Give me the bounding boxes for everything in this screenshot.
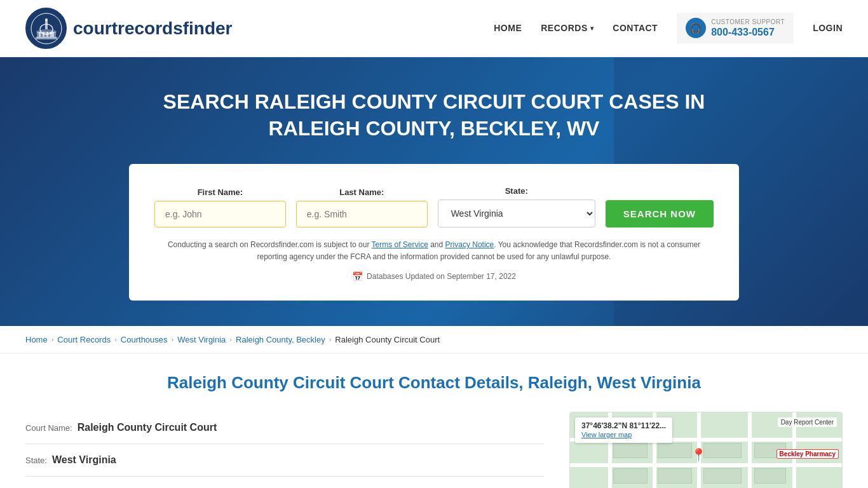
map-block [613, 443, 648, 458]
map-block [703, 443, 742, 458]
support-text: CUSTOMER SUPPORT 800-433-0567 [711, 18, 785, 39]
breadcrumb-sep-1: › [51, 336, 54, 343]
breadcrumb-courthouses[interactable]: Courthouses [121, 335, 168, 344]
nav-records[interactable]: RECORDS ▾ [541, 23, 593, 33]
main-nav: HOME RECORDS ▾ CONTACT 🎧 CUSTOMER SUPPOR… [494, 13, 843, 44]
breadcrumb-sep-3: › [172, 336, 174, 343]
breadcrumb: Home › Court Records › Courthouses › Wes… [0, 326, 868, 354]
map-coords: 37°46'38.2"N 81°11'22... [581, 421, 666, 430]
svg-point-6 [45, 18, 48, 21]
db-update-text: Databases Updated on September 17, 2022 [367, 272, 516, 281]
last-name-label: Last Name: [296, 187, 428, 197]
search-button[interactable]: SEARCH NOW [606, 200, 714, 227]
logo[interactable]: courtrecordsfinder [25, 8, 233, 49]
logo-text-bold: finder [183, 18, 233, 38]
calendar-icon: 📅 [352, 271, 363, 281]
site-header: courtrecordsfinder HOME RECORDS ▾ CONTAC… [0, 0, 868, 57]
svg-rect-9 [46, 32, 48, 37]
last-name-input[interactable] [296, 201, 428, 227]
headset-icon: 🎧 [686, 18, 706, 38]
search-fields: First Name: Last Name: State: AlabamaAla… [154, 186, 714, 227]
map-block [658, 468, 692, 484]
svg-rect-10 [50, 32, 52, 37]
chevron-down-icon: ▾ [590, 25, 594, 32]
first-name-label: First Name: [154, 187, 286, 197]
support-label: CUSTOMER SUPPORT [711, 18, 785, 26]
hero-title: SEARCH RALEIGH COUNTY CIRCUIT COURT CASE… [148, 89, 720, 142]
logo-text: courtrecordsfinder [73, 18, 233, 39]
disclaimer-text: Conducting a search on Recordsfinder.com… [154, 239, 714, 263]
court-name-value: Raleigh County Circuit Court [78, 422, 217, 433]
privacy-link[interactable]: Privacy Notice [445, 240, 494, 249]
nav-contact[interactable]: CONTACT [613, 23, 658, 33]
details-panel: Court Name: Raleigh County Circuit Court… [25, 412, 544, 488]
last-name-group: Last Name: [296, 187, 428, 227]
map-container[interactable]: 📍 Day Report Center 37°46'38.2"N 81°11'2… [569, 412, 843, 488]
support-block: 🎧 CUSTOMER SUPPORT 800-433-0567 [677, 13, 794, 44]
detail-row-court-name: Court Name: Raleigh County Circuit Court [25, 412, 544, 444]
court-name-label: Court Name: [25, 423, 72, 433]
state-detail-label: State: [25, 456, 47, 465]
view-larger-map-link[interactable]: View larger map [581, 431, 632, 438]
nav-home[interactable]: HOME [494, 23, 522, 33]
section-title: Raleigh County Circuit Court Contact Det… [25, 373, 843, 393]
svg-rect-3 [36, 37, 57, 39]
svg-rect-11 [52, 32, 54, 37]
breadcrumb-west-virginia[interactable]: West Virginia [177, 335, 226, 344]
map-pin-icon: 📍 [691, 447, 707, 463]
logo-text-regular: courtrecords [73, 18, 183, 38]
nav-records-label: RECORDS [541, 23, 588, 33]
state-select[interactable]: AlabamaAlaskaArizonaArkansasCaliforniaCo… [438, 200, 595, 227]
main-content: Raleigh County Circuit Court Contact Det… [0, 354, 868, 488]
support-number[interactable]: 800-433-0567 [711, 26, 785, 39]
breadcrumb-sep-2: › [114, 336, 117, 343]
first-name-group: First Name: [154, 187, 286, 227]
map-block [703, 468, 742, 484]
login-button[interactable]: LOGIN [813, 23, 843, 33]
map-block [613, 468, 648, 484]
svg-rect-8 [43, 32, 44, 37]
svg-rect-7 [39, 32, 41, 37]
map-road [748, 412, 752, 488]
terms-link[interactable]: Terms of Service [372, 240, 428, 249]
db-update: 📅 Databases Updated on September 17, 202… [154, 271, 714, 281]
state-group: State: AlabamaAlaskaArizonaArkansasCalif… [438, 186, 595, 227]
breadcrumb-sep-5: › [329, 336, 332, 343]
day-report-poi: Day Report Center [778, 417, 837, 427]
first-name-input[interactable] [154, 201, 286, 227]
breadcrumb-home[interactable]: Home [25, 335, 48, 344]
map-block [754, 468, 786, 484]
map-block [658, 443, 692, 458]
breadcrumb-court-records[interactable]: Court Records [57, 335, 111, 344]
map-panel: 📍 Day Report Center 37°46'38.2"N 81°11'2… [569, 412, 843, 488]
breadcrumb-sep-4: › [229, 336, 232, 343]
beckley-pharmacy-poi: Beckley Pharmacy [776, 449, 839, 459]
breadcrumb-raleigh-beckley[interactable]: Raleigh County, Beckley [236, 335, 325, 344]
hero-section: SEARCH RALEIGH COUNTY CIRCUIT COURT CASE… [0, 57, 868, 326]
content-grid: Court Name: Raleigh County Circuit Court… [25, 412, 843, 488]
svg-rect-5 [45, 20, 48, 29]
map-overlay: 37°46'38.2"N 81°11'22... View larger map [575, 417, 672, 443]
map-inner: 📍 Day Report Center 37°46'38.2"N 81°11'2… [570, 412, 842, 488]
logo-icon [25, 8, 67, 49]
breadcrumb-current: Raleigh County Circuit Court [335, 335, 440, 344]
state-label: State: [438, 186, 595, 196]
detail-row-state: State: West Virginia [25, 444, 544, 477]
search-box: First Name: Last Name: State: AlabamaAla… [129, 164, 739, 300]
state-detail-value: West Virginia [52, 454, 116, 466]
